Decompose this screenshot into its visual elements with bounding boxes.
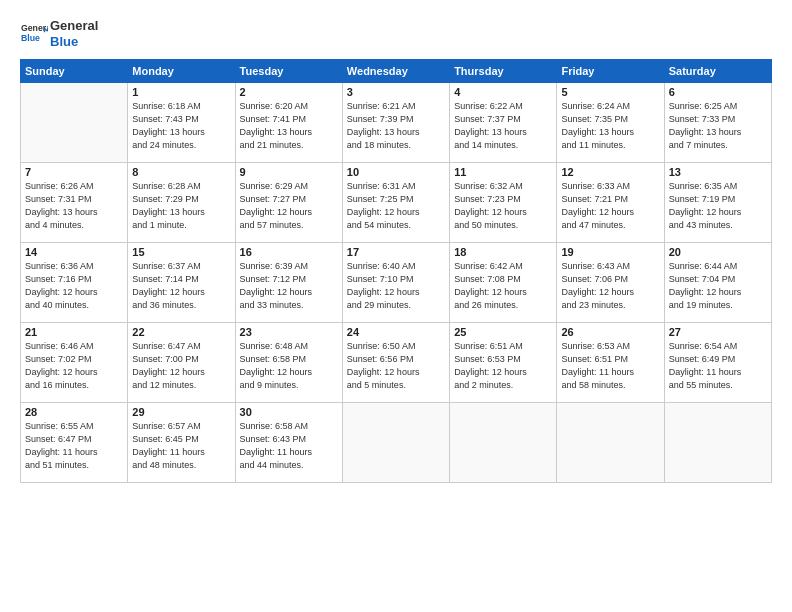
day-info: Sunrise: 6:18 AM Sunset: 7:43 PM Dayligh… bbox=[132, 100, 230, 152]
day-info: Sunrise: 6:54 AM Sunset: 6:49 PM Dayligh… bbox=[669, 340, 767, 392]
calendar-cell: 27Sunrise: 6:54 AM Sunset: 6:49 PM Dayli… bbox=[664, 323, 771, 403]
calendar-cell: 12Sunrise: 6:33 AM Sunset: 7:21 PM Dayli… bbox=[557, 163, 664, 243]
calendar-cell: 7Sunrise: 6:26 AM Sunset: 7:31 PM Daylig… bbox=[21, 163, 128, 243]
day-info: Sunrise: 6:43 AM Sunset: 7:06 PM Dayligh… bbox=[561, 260, 659, 312]
day-info: Sunrise: 6:42 AM Sunset: 7:08 PM Dayligh… bbox=[454, 260, 552, 312]
calendar-cell: 26Sunrise: 6:53 AM Sunset: 6:51 PM Dayli… bbox=[557, 323, 664, 403]
calendar: SundayMondayTuesdayWednesdayThursdayFrid… bbox=[20, 59, 772, 483]
calendar-cell: 19Sunrise: 6:43 AM Sunset: 7:06 PM Dayli… bbox=[557, 243, 664, 323]
week-row-2: 7Sunrise: 6:26 AM Sunset: 7:31 PM Daylig… bbox=[21, 163, 772, 243]
week-row-5: 28Sunrise: 6:55 AM Sunset: 6:47 PM Dayli… bbox=[21, 403, 772, 483]
day-info: Sunrise: 6:22 AM Sunset: 7:37 PM Dayligh… bbox=[454, 100, 552, 152]
calendar-cell: 22Sunrise: 6:47 AM Sunset: 7:00 PM Dayli… bbox=[128, 323, 235, 403]
day-info: Sunrise: 6:28 AM Sunset: 7:29 PM Dayligh… bbox=[132, 180, 230, 232]
calendar-cell: 9Sunrise: 6:29 AM Sunset: 7:27 PM Daylig… bbox=[235, 163, 342, 243]
calendar-cell: 5Sunrise: 6:24 AM Sunset: 7:35 PM Daylig… bbox=[557, 83, 664, 163]
day-info: Sunrise: 6:48 AM Sunset: 6:58 PM Dayligh… bbox=[240, 340, 338, 392]
calendar-cell bbox=[450, 403, 557, 483]
day-number: 3 bbox=[347, 86, 445, 98]
day-number: 17 bbox=[347, 246, 445, 258]
day-info: Sunrise: 6:46 AM Sunset: 7:02 PM Dayligh… bbox=[25, 340, 123, 392]
calendar-cell: 6Sunrise: 6:25 AM Sunset: 7:33 PM Daylig… bbox=[664, 83, 771, 163]
day-number: 20 bbox=[669, 246, 767, 258]
logo-wordmark: General Blue bbox=[50, 18, 98, 49]
day-number: 15 bbox=[132, 246, 230, 258]
calendar-cell: 28Sunrise: 6:55 AM Sunset: 6:47 PM Dayli… bbox=[21, 403, 128, 483]
weekday-header-saturday: Saturday bbox=[664, 60, 771, 83]
day-number: 7 bbox=[25, 166, 123, 178]
weekday-header-thursday: Thursday bbox=[450, 60, 557, 83]
day-number: 23 bbox=[240, 326, 338, 338]
weekday-header-row: SundayMondayTuesdayWednesdayThursdayFrid… bbox=[21, 60, 772, 83]
calendar-cell: 16Sunrise: 6:39 AM Sunset: 7:12 PM Dayli… bbox=[235, 243, 342, 323]
weekday-header-wednesday: Wednesday bbox=[342, 60, 449, 83]
calendar-cell: 18Sunrise: 6:42 AM Sunset: 7:08 PM Dayli… bbox=[450, 243, 557, 323]
calendar-cell: 10Sunrise: 6:31 AM Sunset: 7:25 PM Dayli… bbox=[342, 163, 449, 243]
calendar-cell: 13Sunrise: 6:35 AM Sunset: 7:19 PM Dayli… bbox=[664, 163, 771, 243]
day-number: 9 bbox=[240, 166, 338, 178]
day-info: Sunrise: 6:20 AM Sunset: 7:41 PM Dayligh… bbox=[240, 100, 338, 152]
week-row-4: 21Sunrise: 6:46 AM Sunset: 7:02 PM Dayli… bbox=[21, 323, 772, 403]
day-number: 26 bbox=[561, 326, 659, 338]
day-number: 21 bbox=[25, 326, 123, 338]
calendar-cell: 21Sunrise: 6:46 AM Sunset: 7:02 PM Dayli… bbox=[21, 323, 128, 403]
calendar-cell: 2Sunrise: 6:20 AM Sunset: 7:41 PM Daylig… bbox=[235, 83, 342, 163]
day-info: Sunrise: 6:39 AM Sunset: 7:12 PM Dayligh… bbox=[240, 260, 338, 312]
day-number: 29 bbox=[132, 406, 230, 418]
calendar-cell: 4Sunrise: 6:22 AM Sunset: 7:37 PM Daylig… bbox=[450, 83, 557, 163]
day-number: 5 bbox=[561, 86, 659, 98]
day-number: 18 bbox=[454, 246, 552, 258]
week-row-3: 14Sunrise: 6:36 AM Sunset: 7:16 PM Dayli… bbox=[21, 243, 772, 323]
day-info: Sunrise: 6:36 AM Sunset: 7:16 PM Dayligh… bbox=[25, 260, 123, 312]
calendar-cell: 1Sunrise: 6:18 AM Sunset: 7:43 PM Daylig… bbox=[128, 83, 235, 163]
day-info: Sunrise: 6:31 AM Sunset: 7:25 PM Dayligh… bbox=[347, 180, 445, 232]
calendar-cell: 25Sunrise: 6:51 AM Sunset: 6:53 PM Dayli… bbox=[450, 323, 557, 403]
calendar-cell bbox=[21, 83, 128, 163]
weekday-header-tuesday: Tuesday bbox=[235, 60, 342, 83]
calendar-cell bbox=[342, 403, 449, 483]
day-info: Sunrise: 6:44 AM Sunset: 7:04 PM Dayligh… bbox=[669, 260, 767, 312]
day-number: 10 bbox=[347, 166, 445, 178]
day-info: Sunrise: 6:55 AM Sunset: 6:47 PM Dayligh… bbox=[25, 420, 123, 472]
week-row-1: 1Sunrise: 6:18 AM Sunset: 7:43 PM Daylig… bbox=[21, 83, 772, 163]
day-info: Sunrise: 6:35 AM Sunset: 7:19 PM Dayligh… bbox=[669, 180, 767, 232]
day-number: 27 bbox=[669, 326, 767, 338]
day-info: Sunrise: 6:50 AM Sunset: 6:56 PM Dayligh… bbox=[347, 340, 445, 392]
calendar-cell: 11Sunrise: 6:32 AM Sunset: 7:23 PM Dayli… bbox=[450, 163, 557, 243]
day-info: Sunrise: 6:29 AM Sunset: 7:27 PM Dayligh… bbox=[240, 180, 338, 232]
calendar-cell: 24Sunrise: 6:50 AM Sunset: 6:56 PM Dayli… bbox=[342, 323, 449, 403]
day-info: Sunrise: 6:21 AM Sunset: 7:39 PM Dayligh… bbox=[347, 100, 445, 152]
day-number: 6 bbox=[669, 86, 767, 98]
calendar-cell: 14Sunrise: 6:36 AM Sunset: 7:16 PM Dayli… bbox=[21, 243, 128, 323]
day-number: 30 bbox=[240, 406, 338, 418]
day-number: 11 bbox=[454, 166, 552, 178]
day-info: Sunrise: 6:37 AM Sunset: 7:14 PM Dayligh… bbox=[132, 260, 230, 312]
logo: General Blue General Blue bbox=[20, 18, 98, 49]
day-info: Sunrise: 6:58 AM Sunset: 6:43 PM Dayligh… bbox=[240, 420, 338, 472]
day-number: 24 bbox=[347, 326, 445, 338]
logo-icon: General Blue bbox=[20, 20, 48, 48]
calendar-cell: 23Sunrise: 6:48 AM Sunset: 6:58 PM Dayli… bbox=[235, 323, 342, 403]
day-number: 19 bbox=[561, 246, 659, 258]
weekday-header-friday: Friday bbox=[557, 60, 664, 83]
day-number: 1 bbox=[132, 86, 230, 98]
day-info: Sunrise: 6:26 AM Sunset: 7:31 PM Dayligh… bbox=[25, 180, 123, 232]
calendar-cell: 20Sunrise: 6:44 AM Sunset: 7:04 PM Dayli… bbox=[664, 243, 771, 323]
day-info: Sunrise: 6:53 AM Sunset: 6:51 PM Dayligh… bbox=[561, 340, 659, 392]
weekday-header-sunday: Sunday bbox=[21, 60, 128, 83]
calendar-cell bbox=[664, 403, 771, 483]
day-number: 12 bbox=[561, 166, 659, 178]
day-info: Sunrise: 6:25 AM Sunset: 7:33 PM Dayligh… bbox=[669, 100, 767, 152]
day-info: Sunrise: 6:47 AM Sunset: 7:00 PM Dayligh… bbox=[132, 340, 230, 392]
day-info: Sunrise: 6:24 AM Sunset: 7:35 PM Dayligh… bbox=[561, 100, 659, 152]
calendar-cell: 3Sunrise: 6:21 AM Sunset: 7:39 PM Daylig… bbox=[342, 83, 449, 163]
day-number: 13 bbox=[669, 166, 767, 178]
calendar-cell: 15Sunrise: 6:37 AM Sunset: 7:14 PM Dayli… bbox=[128, 243, 235, 323]
day-number: 28 bbox=[25, 406, 123, 418]
day-number: 14 bbox=[25, 246, 123, 258]
calendar-cell bbox=[557, 403, 664, 483]
day-number: 8 bbox=[132, 166, 230, 178]
day-info: Sunrise: 6:33 AM Sunset: 7:21 PM Dayligh… bbox=[561, 180, 659, 232]
day-number: 22 bbox=[132, 326, 230, 338]
day-number: 16 bbox=[240, 246, 338, 258]
